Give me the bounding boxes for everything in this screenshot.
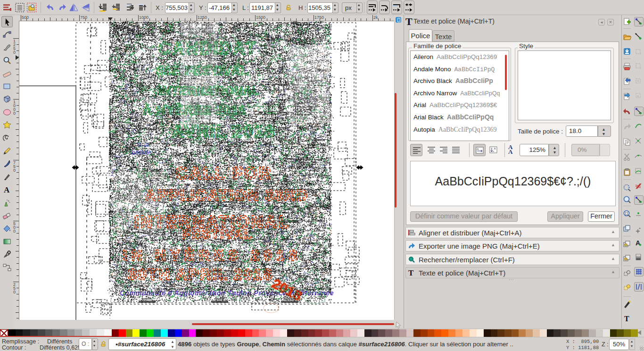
svg-text:CALL FOR: CALL FOR [175, 164, 272, 183]
svg-text:V. la: V. la [137, 141, 149, 148]
svg-text:A: A [4, 185, 10, 194]
svg-text:A: A [636, 239, 640, 247]
svg-text:T: T [624, 315, 629, 323]
svg-text:A: A [477, 148, 479, 150]
svg-text:30TH APRIL 2018: 30TH APRIL 2018 [128, 265, 273, 283]
svg-text:A: A [494, 147, 496, 150]
svg-text:IN HYÈRES 2018: IN HYÈRES 2018 [123, 247, 302, 264]
svg-text:T: T [408, 269, 414, 276]
